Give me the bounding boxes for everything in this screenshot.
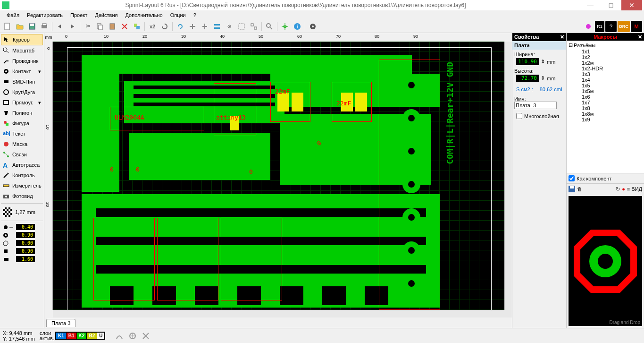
tool-photo[interactable]: Фотовид	[1, 191, 43, 201]
status-tool-1[interactable]	[115, 331, 124, 341]
layer-b1[interactable]: B1	[67, 333, 76, 339]
pcb-canvas[interactable]: ULN2004A attiny13 22mF 22mF 0 0 0 0 COM|…	[53, 42, 504, 310]
copy-icon[interactable]	[94, 21, 106, 32]
status-tool-3[interactable]	[141, 331, 151, 341]
macro-save-icon[interactable]	[569, 186, 575, 192]
mirror-v-icon[interactable]	[199, 21, 210, 32]
menu-extra[interactable]: Дополнительно	[121, 11, 166, 19]
dim-row-5[interactable]: 1.60	[1, 255, 43, 263]
tool-mask[interactable]: Маска	[1, 139, 43, 149]
macro-delete-icon[interactable]: 🗑	[577, 186, 582, 192]
tree-item[interactable]: 1x1	[568, 49, 643, 54]
menu-file[interactable]: Файл	[3, 11, 23, 19]
tree-item[interactable]: 1x5м	[568, 88, 643, 94]
tool-rect[interactable]: Прямоуг.▾	[1, 97, 43, 108]
tool-smd[interactable]: SMD-Пин	[1, 77, 43, 87]
mirror-h-icon[interactable]	[187, 21, 198, 32]
name-input[interactable]	[514, 102, 557, 109]
tree-item[interactable]: 1x2-HDR	[568, 66, 643, 71]
gear-icon[interactable]	[307, 21, 318, 32]
tree-item[interactable]: 1x7	[568, 100, 643, 105]
dim-row-4[interactable]: 0.90	[1, 247, 43, 255]
grid-setting[interactable]: 1,27 mm	[1, 206, 43, 219]
tree-item[interactable]: 1x6	[568, 94, 643, 100]
layer-u[interactable]: U	[97, 333, 104, 339]
macro-record-icon[interactable]: ●	[622, 186, 625, 192]
rotate-icon[interactable]	[175, 21, 186, 32]
menu-options[interactable]: Опции	[167, 11, 190, 19]
macros-tree[interactable]: ⊟Разъёмы 1x1 1x2 1x2м 1x2-HDR 1x3 1x4 1x…	[567, 41, 644, 173]
layer-k2[interactable]: K2	[77, 333, 87, 339]
width-field[interactable]: 110.90⇕mm	[514, 57, 564, 66]
cut-icon[interactable]: ✂	[82, 21, 93, 32]
tree-item[interactable]: 1x5	[568, 83, 643, 88]
dim-row-2[interactable]: 0.90	[1, 231, 43, 239]
tool-track[interactable]: Проводник	[1, 56, 43, 66]
crosshair-icon[interactable]	[279, 21, 291, 32]
refresh-icon[interactable]	[159, 21, 170, 32]
minimize-button[interactable]: —	[580, 0, 601, 10]
menu-help[interactable]: ?	[190, 11, 200, 19]
zoom-icon[interactable]	[264, 21, 275, 32]
group-icon[interactable]	[236, 21, 247, 32]
help2-icon[interactable]: ?	[605, 21, 617, 32]
close-button[interactable]: ✕	[621, 0, 642, 10]
scrollbar-vertical[interactable]	[504, 42, 512, 310]
duplicate-icon[interactable]	[131, 21, 142, 32]
tool-text[interactable]: ab|Текст	[1, 129, 43, 139]
macros-close-icon[interactable]: ✕	[638, 34, 642, 40]
open-icon[interactable]	[14, 21, 25, 32]
menu-actions[interactable]: Действия	[91, 11, 121, 19]
undo-icon[interactable]	[54, 21, 66, 32]
record-icon[interactable]	[583, 21, 594, 32]
tree-item[interactable]: 1x3	[568, 71, 643, 77]
tree-item[interactable]: 1x9	[568, 117, 643, 122]
r1-badge[interactable]: R1	[595, 21, 604, 32]
redo-icon[interactable]	[67, 21, 78, 32]
as-component-checkbox[interactable]	[569, 175, 575, 181]
multilayer-row[interactable]: Многослойная	[514, 112, 564, 120]
layer-selector[interactable]: слоиактив. K1 B1 K2 B2 U	[40, 331, 106, 341]
board-tab[interactable]: Плата 3	[46, 319, 75, 327]
drc-button[interactable]: DRC	[618, 21, 630, 32]
tool-circle[interactable]: Круг/Дуга	[1, 87, 43, 97]
tool-polygon[interactable]: Полигон	[1, 108, 43, 118]
tree-item[interactable]: 1x8	[568, 105, 643, 111]
menu-project[interactable]: Проект	[67, 11, 91, 19]
macro-view-toggle[interactable]: ≡ ВИД	[627, 186, 642, 192]
macro-icon[interactable]: M	[631, 21, 642, 32]
tree-item[interactable]: 1x2	[568, 54, 643, 60]
layer-b2[interactable]: B2	[87, 333, 97, 339]
snap-icon[interactable]	[224, 21, 235, 32]
layer-k1[interactable]: K1	[56, 333, 66, 339]
scrollbar-horizontal[interactable]	[53, 310, 504, 317]
tree-item[interactable]: 1x8м	[568, 111, 643, 117]
tool-autoroute[interactable]: AАвтотрасса	[1, 160, 43, 170]
dim-row-3[interactable]: 0.00	[1, 239, 43, 247]
menu-edit[interactable]: Редактировать	[23, 11, 67, 19]
status-tool-2[interactable]	[128, 331, 137, 341]
macro-rotate-icon[interactable]: ↻	[616, 186, 620, 192]
zoom-x2-button[interactable]: x2	[147, 21, 158, 32]
ungroup-icon[interactable]	[248, 21, 259, 32]
multilayer-checkbox[interactable]	[516, 113, 522, 119]
tool-zoom[interactable]: Масштаб	[1, 45, 43, 56]
new-icon[interactable]	[2, 21, 13, 32]
tool-pad[interactable]: Контакт▾	[1, 66, 43, 77]
tree-item[interactable]: 1x2м	[568, 60, 643, 66]
paste-icon[interactable]	[107, 21, 118, 32]
save-icon[interactable]	[26, 21, 38, 32]
maximize-button[interactable]: □	[601, 0, 621, 10]
delete-icon[interactable]	[119, 21, 130, 32]
properties-close-icon[interactable]: ✕	[560, 34, 564, 40]
info-icon[interactable]: i	[292, 21, 303, 32]
tree-item[interactable]: 1x4	[568, 77, 643, 83]
tool-cursor[interactable]: Курсор	[1, 34, 43, 45]
tool-measure[interactable]: Измеритель	[1, 180, 43, 191]
height-field[interactable]: 72.70⇕mm	[514, 74, 564, 83]
tool-figure[interactable]: Фигура	[1, 118, 43, 129]
dim-row-1[interactable]: 0.40	[1, 223, 43, 231]
tree-root[interactable]: ⊟Разъёмы	[568, 42, 643, 49]
tool-net[interactable]: Связи	[1, 149, 43, 160]
align-icon[interactable]	[211, 21, 223, 32]
